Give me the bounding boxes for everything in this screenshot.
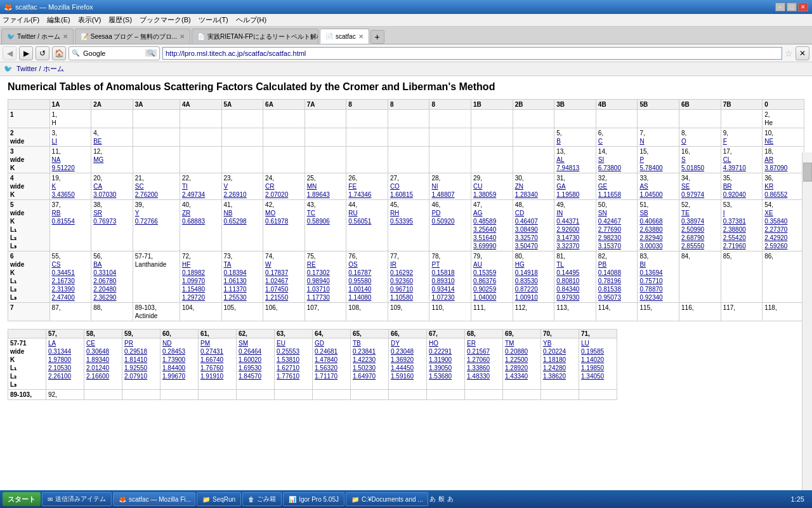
link-Cr[interactable]: CR xyxy=(265,183,274,190)
link-Sc[interactable]: SC xyxy=(135,183,144,190)
link-Os[interactable]: OS xyxy=(348,261,357,268)
link-As[interactable]: AS xyxy=(639,183,648,190)
link-Ca[interactable]: CA xyxy=(93,183,102,190)
menu-edit[interactable]: 編集(E) xyxy=(47,15,70,25)
link-Ga[interactable]: GA xyxy=(556,183,565,190)
link-Rh[interactable]: RH xyxy=(390,210,399,217)
reload-button[interactable]: ↺ xyxy=(36,46,49,60)
link-Ne[interactable]: NE xyxy=(764,138,773,145)
link-Br[interactable]: BR xyxy=(723,183,732,190)
link-Fe[interactable]: FE xyxy=(348,183,357,190)
link-Ir[interactable]: IR xyxy=(390,261,396,268)
link-Tc[interactable]: TC xyxy=(307,210,315,217)
scrollbar-thumb[interactable] xyxy=(803,163,812,182)
taskbar-item-firefox[interactable]: 🦊 scatfac — Mozilla Fi... xyxy=(113,492,195,494)
link-Sn[interactable]: SN xyxy=(598,210,607,217)
link-Xe[interactable]: XE xyxy=(764,210,773,217)
link-K[interactable]: K xyxy=(52,183,56,190)
link-Nb[interactable]: NB xyxy=(224,210,233,217)
link-Te[interactable]: TE xyxy=(681,210,690,217)
link-Sr[interactable]: SR xyxy=(93,210,102,217)
link-Hg[interactable]: HG xyxy=(515,261,525,268)
close-sidebar-button[interactable]: ✕ xyxy=(796,46,809,60)
link-Cu[interactable]: CU xyxy=(473,183,482,190)
tab-twitter-close[interactable]: ✕ xyxy=(63,33,68,40)
link-Bi[interactable]: BI xyxy=(639,261,645,268)
tab-scatfac-close[interactable]: ✕ xyxy=(358,33,363,40)
link-Ba[interactable]: BA xyxy=(93,261,102,268)
link-Ta[interactable]: TA xyxy=(224,261,232,268)
link-C[interactable]: C xyxy=(598,138,603,145)
link-Au[interactable]: AU xyxy=(473,261,482,268)
link-Pt[interactable]: PT xyxy=(431,261,440,268)
link-B[interactable]: B xyxy=(556,138,561,145)
link-In[interactable]: IN xyxy=(556,210,563,217)
tab-seesaa-close[interactable]: ✕ xyxy=(180,33,185,40)
taskbar-item-mail[interactable]: ✉ 送信済みアイテム xyxy=(42,492,112,494)
link-F[interactable]: F xyxy=(723,138,727,145)
link-Ar[interactable]: AR xyxy=(764,156,773,163)
start-button[interactable]: スタート xyxy=(3,492,41,494)
menu-file[interactable]: ファイル(F) xyxy=(3,15,39,25)
link-I[interactable]: I xyxy=(723,210,725,217)
link-Se[interactable]: SE xyxy=(681,183,690,190)
link-Cs[interactable]: CS xyxy=(52,261,61,268)
home-button[interactable]: 🏠 xyxy=(52,46,66,60)
link-Mo[interactable]: MO xyxy=(265,210,275,217)
address-input[interactable] xyxy=(162,47,782,60)
link-Mg[interactable]: MG xyxy=(93,156,103,163)
link-V[interactable]: V xyxy=(224,183,228,190)
link-Mn[interactable]: MN xyxy=(307,183,317,190)
link-Tl[interactable]: TL xyxy=(556,261,564,268)
link-O[interactable]: O xyxy=(681,138,686,145)
link-P[interactable]: P xyxy=(639,156,644,163)
link-Pb[interactable]: PB xyxy=(598,261,606,268)
new-tab-button[interactable]: + xyxy=(370,30,384,44)
maximize-button[interactable]: □ xyxy=(787,3,797,11)
back-button[interactable]: ◀ xyxy=(3,46,16,60)
link-Zn[interactable]: ZN xyxy=(515,183,523,190)
menu-history[interactable]: 履歴(S) xyxy=(108,15,132,25)
link-Ni[interactable]: NI xyxy=(431,183,438,190)
link-Be[interactable]: BE xyxy=(93,138,102,145)
tab-scatfac[interactable]: 📄 scatfac ✕ xyxy=(320,29,369,44)
link-Pd[interactable]: PD xyxy=(431,210,440,217)
taskbar-item-documents[interactable]: 📁 C:¥Documents and ... xyxy=(346,492,428,494)
tab-seesaa[interactable]: 📝 Seesaa ブログ – 無料のブロ... ✕ xyxy=(75,29,190,44)
link-Ge[interactable]: GE xyxy=(598,183,607,190)
link-Al[interactable]: AL xyxy=(556,156,564,163)
bookmark-star-button[interactable]: ☆ xyxy=(785,48,793,58)
link-Kr[interactable]: KR xyxy=(764,183,773,190)
tab-rietan[interactable]: 📄 実践RIETAN-FPによるリートベルト解析 ✕ xyxy=(192,29,318,44)
link-Si[interactable]: SI xyxy=(598,156,604,163)
link-Sb[interactable]: SB xyxy=(639,210,648,217)
link-Na[interactable]: NA xyxy=(52,156,61,163)
link-Li[interactable]: LI xyxy=(52,138,57,145)
link-Ru[interactable]: RU xyxy=(348,210,357,217)
taskbar-item-trash[interactable]: 🗑 ごみ箱 xyxy=(242,492,282,494)
taskbar-item-seqrun[interactable]: 📁 SeqRun xyxy=(197,492,241,494)
link-S[interactable]: S xyxy=(681,156,686,163)
bookmark-twitter[interactable]: Twitter / ホーム xyxy=(16,64,64,74)
tab-twitter[interactable]: 🐦 Twitter / ホーム ✕ xyxy=(1,29,74,44)
forward-button[interactable]: ▶ xyxy=(19,46,33,60)
menu-bookmark[interactable]: ブックマーク(B) xyxy=(140,15,191,25)
link-Ti[interactable]: TI xyxy=(182,183,188,190)
link-Re[interactable]: RE xyxy=(307,261,316,268)
menu-view[interactable]: 表示(V) xyxy=(78,15,102,25)
link-N[interactable]: N xyxy=(639,138,644,145)
link-Co[interactable]: CO xyxy=(390,183,400,190)
scrollbar-vertical[interactable] xyxy=(802,152,812,494)
link-Y[interactable]: Y xyxy=(135,210,140,217)
taskbar-item-igor[interactable]: 📊 Igor Pro 5.05J xyxy=(283,492,344,494)
menu-help[interactable]: ヘルプ(H) xyxy=(236,15,266,25)
link-W[interactable]: W xyxy=(265,261,271,268)
link-Rb[interactable]: RB xyxy=(52,210,61,217)
link-Zr[interactable]: ZR xyxy=(182,210,190,217)
link-Ag[interactable]: AG xyxy=(473,210,482,217)
link-Cl[interactable]: CL xyxy=(723,156,731,163)
close-button[interactable]: ✕ xyxy=(798,3,808,11)
link-Cd[interactable]: CD xyxy=(515,210,524,217)
search-input[interactable] xyxy=(81,47,144,60)
minimize-button[interactable]: − xyxy=(775,3,785,11)
